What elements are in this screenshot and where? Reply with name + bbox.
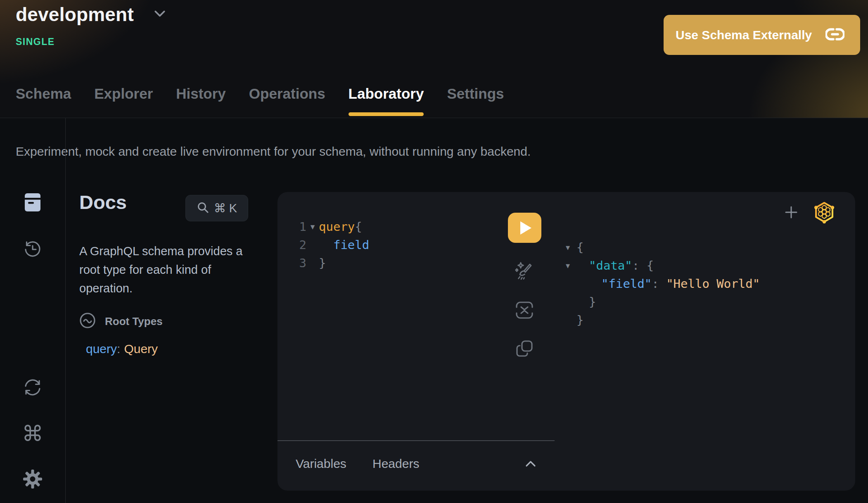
query-editor-line[interactable]: 1▾query{	[296, 218, 369, 236]
root-type-separator: :	[117, 342, 120, 356]
fold-arrow-icon[interactable]: ▾	[566, 242, 576, 252]
play-icon	[520, 221, 531, 235]
sidebar-item-history[interactable]	[21, 240, 44, 261]
status-badge: SINGLE	[16, 36, 55, 47]
plus-icon	[785, 213, 797, 220]
docs-search-button[interactable]: ⌘ K	[185, 195, 248, 221]
editor-toolbar	[508, 213, 541, 359]
response-pane: ▾{▾"data": {"field": "Hello World"}}	[555, 192, 855, 491]
footer-tab-headers[interactable]: Headers	[372, 457, 419, 471]
code-text: query{	[319, 220, 362, 234]
sidebar-item-settings[interactable]	[21, 469, 44, 491]
response-text: }	[576, 313, 583, 327]
response-text: {	[576, 240, 583, 254]
chevron-down-icon[interactable]	[154, 7, 166, 21]
response-line: }	[566, 311, 760, 329]
hive-logo-link[interactable]	[813, 201, 835, 225]
docs-book-icon	[24, 192, 41, 214]
query-editor[interactable]: 1▾query{2 field3}	[277, 192, 555, 440]
response-line: ▾{	[566, 238, 760, 256]
graphiql-editor-panel: 1▾query{2 field3}	[277, 192, 855, 491]
docs-panel-title: Docs	[79, 191, 127, 214]
copy-query-button[interactable]	[515, 339, 534, 359]
link-icon	[825, 27, 844, 43]
response-text: "data": {	[576, 259, 654, 273]
merge-fragments-button[interactable]	[515, 301, 534, 321]
root-types-icon	[79, 312, 96, 330]
editor-footer: VariablesHeaders	[277, 440, 555, 491]
command-icon: ⌘	[22, 423, 43, 444]
search-shortcut-label: ⌘ K	[214, 201, 237, 215]
footer-tab-variables[interactable]: Variables	[296, 457, 346, 471]
sidebar-item-shortcuts[interactable]: ⌘	[21, 423, 44, 444]
prettify-button[interactable]	[515, 261, 534, 282]
tab-operations[interactable]: Operations	[249, 85, 325, 118]
tab-explorer[interactable]: Explorer	[94, 85, 153, 118]
code-text: field	[319, 238, 369, 252]
use-schema-externally-button[interactable]: Use Schema Externally	[664, 15, 860, 55]
history-icon	[23, 240, 42, 261]
collapse-footer-button[interactable]	[524, 458, 537, 471]
response-line: ▾"data": {	[566, 256, 760, 275]
line-number: 1	[296, 220, 306, 234]
query-code: 1▾query{2 field3}	[296, 218, 369, 272]
tab-schema[interactable]: Schema	[16, 85, 71, 118]
root-types-label: Root Types	[105, 315, 163, 328]
execute-query-button[interactable]	[508, 213, 541, 243]
laboratory-page: development SINGLE Use Schema Externally…	[0, 0, 868, 503]
search-icon	[197, 201, 209, 215]
chevron-up-icon	[524, 463, 537, 470]
sidebar-item-reload[interactable]	[21, 377, 44, 399]
laboratory-sidebar: ⌘	[0, 118, 66, 503]
fold-arrow-icon[interactable]: ▾	[566, 261, 576, 270]
response-text: "field": "Hello World"	[576, 277, 760, 291]
tab-history[interactable]: History	[176, 85, 226, 118]
copy-icon	[515, 339, 534, 359]
code-text: }	[319, 256, 326, 270]
query-editor-line[interactable]: 2 field	[296, 236, 369, 254]
prettify-icon	[515, 261, 534, 282]
response-viewer: ▾{▾"data": {"field": "Hello World"}}	[566, 238, 760, 329]
settings-gear-icon	[23, 469, 43, 491]
root-type-entry: query:Query	[86, 342, 158, 356]
fold-arrow-icon[interactable]: ▾	[306, 222, 319, 232]
add-tab-button[interactable]	[785, 206, 797, 220]
sidebar-item-docs[interactable]	[21, 192, 44, 214]
root-type-query-link[interactable]: query	[86, 342, 117, 356]
query-editor-line[interactable]: 3}	[296, 254, 369, 272]
project-selector[interactable]: development	[16, 3, 166, 26]
query-pane: 1▾query{2 field3}	[277, 192, 555, 491]
use-schema-externally-label: Use Schema Externally	[676, 28, 812, 42]
line-number: 2	[296, 238, 306, 252]
root-types-section-header: Root Types	[79, 312, 163, 330]
docs-description: A GraphQL schema provides a root type fo…	[79, 242, 254, 298]
response-text: }	[576, 295, 596, 309]
tab-laboratory[interactable]: Laboratory	[349, 85, 424, 118]
page-header: development SINGLE Use Schema Externally…	[0, 0, 868, 118]
tab-bar: SchemaExplorerHistoryOperationsLaborator…	[16, 85, 504, 118]
merge-icon	[515, 301, 534, 321]
hive-logo-icon	[813, 218, 835, 225]
response-line: }	[566, 293, 760, 311]
root-type-type-link[interactable]: Query	[124, 342, 158, 356]
tab-settings[interactable]: Settings	[447, 85, 504, 118]
response-line: "field": "Hello World"	[566, 275, 760, 293]
reload-icon	[23, 378, 42, 399]
line-number: 3	[296, 256, 306, 270]
docs-panel: Docs ⌘ K A GraphQL schema provides a roo…	[65, 118, 277, 503]
project-title: development	[16, 3, 134, 26]
